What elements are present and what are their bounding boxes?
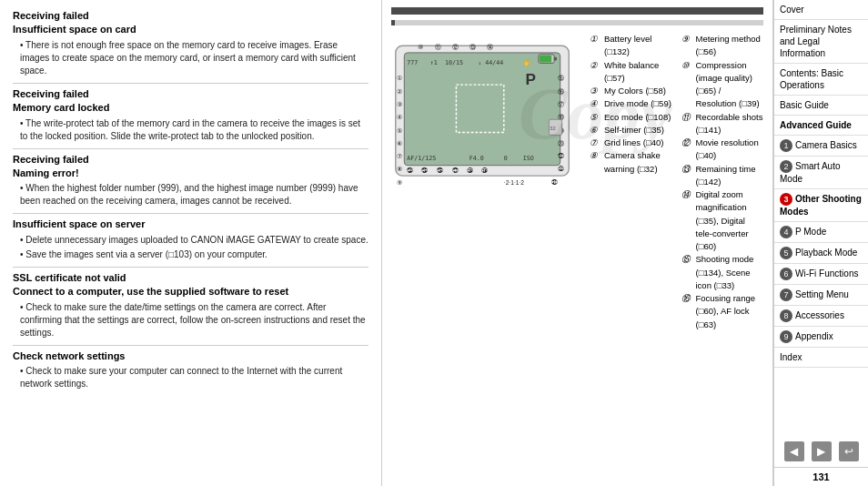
sidebar-item-camera-basics[interactable]: 1Camera Basics bbox=[774, 136, 868, 157]
sidebar-num: 4 bbox=[780, 226, 792, 238]
sidebar-item-playback-mode[interactable]: 5Playback Mode bbox=[774, 243, 868, 264]
svg-text:⑬: ⑬ bbox=[469, 44, 476, 50]
sidebar-num: 5 bbox=[780, 247, 792, 259]
legend-item-10: ⑪Recordable shots (□141) bbox=[681, 111, 764, 137]
error-title: Receiving failed bbox=[13, 9, 368, 23]
svg-text:AF/1/125: AF/1/125 bbox=[407, 155, 436, 162]
sidebar-label: P Mode bbox=[795, 227, 826, 237]
legend-text: White balance (□57) bbox=[604, 59, 672, 86]
svg-text:₁ 44/44: ₁ 44/44 bbox=[478, 59, 503, 66]
legend-text: Digital zoom magnification (□35), Digita… bbox=[696, 188, 764, 253]
legend-text: Eco mode (□108) bbox=[604, 111, 671, 124]
middle-content-panel: Copy 777 ↑1 10/15 ₁ 44/44 🖐 bbox=[382, 0, 773, 486]
sidebar-item-advanced-guide[interactable]: Advanced Guide bbox=[774, 116, 868, 136]
svg-text:↑1: ↑1 bbox=[430, 59, 438, 66]
sidebar-item-setting-menu[interactable]: 7Setting Menu bbox=[774, 285, 868, 306]
svg-text:🖐: 🖐 bbox=[523, 58, 531, 66]
svg-text:㉖: ㉖ bbox=[437, 167, 443, 174]
legend-text: Compression (image quality) (□65) / Reso… bbox=[696, 59, 764, 111]
error-title: Check network settings bbox=[13, 349, 368, 363]
sidebar-item-index[interactable]: Index bbox=[774, 348, 868, 368]
sidebar-label: Wi-Fi Functions bbox=[795, 268, 858, 278]
sidebar-label: Preliminary Notes and Legal Information bbox=[780, 25, 852, 58]
svg-text:㉕: ㉕ bbox=[421, 167, 428, 174]
svg-text:㉒: ㉒ bbox=[558, 166, 564, 172]
svg-text:⑩: ⑩ bbox=[418, 44, 423, 50]
sidebar-label: Index bbox=[780, 352, 802, 362]
legend-text: My Colors (□58) bbox=[604, 85, 666, 97]
error-title: Insufficient space on server bbox=[13, 218, 368, 231]
error-subtitle: Memory card locked bbox=[13, 101, 368, 115]
error-section-2: Receiving failedNaming error!When the hi… bbox=[13, 153, 368, 208]
right-sidebar: CoverPreliminary Notes and Legal Informa… bbox=[773, 0, 868, 486]
svg-text:④: ④ bbox=[397, 114, 402, 120]
legend-item-12: ⑬Remaining time (□142) bbox=[681, 163, 764, 189]
svg-text:③: ③ bbox=[397, 101, 402, 107]
error-body: There is not enough free space on the me… bbox=[20, 39, 368, 77]
legend-num: ⑤ bbox=[590, 111, 602, 124]
svg-text:F4.0: F4.0 bbox=[469, 155, 484, 162]
error-subtitle: Insufficient space on card bbox=[13, 23, 368, 36]
legend-item-4: ⑤Eco mode (□108) bbox=[590, 111, 672, 124]
sub-title bbox=[391, 20, 763, 25]
sidebar-item-smart-auto[interactable]: 2Smart Auto Mode bbox=[774, 157, 868, 189]
next-button[interactable]: ▶ bbox=[812, 441, 832, 461]
svg-text:ISO: ISO bbox=[523, 155, 534, 162]
svg-text:⑨: ⑨ bbox=[397, 179, 402, 186]
sidebar-item-preliminary[interactable]: Preliminary Notes and Legal Information bbox=[774, 20, 868, 64]
svg-text:·2·1·1·2: ·2·1·1·2 bbox=[504, 179, 525, 186]
svg-text:⑭: ⑭ bbox=[487, 44, 493, 50]
legend-area: ①Battery level (□132)②White balance (□57… bbox=[590, 33, 763, 331]
legend-text: Recordable shots (□141) bbox=[696, 111, 764, 137]
svg-rect-4 bbox=[540, 56, 551, 63]
svg-text:⑳: ⑳ bbox=[558, 140, 564, 147]
sidebar-item-other-shooting[interactable]: 3Other Shooting Modes bbox=[774, 189, 868, 222]
sidebar-label: Basic Guide bbox=[780, 100, 829, 110]
error-section-4: SSL certificate not validConnect to a co… bbox=[13, 271, 368, 339]
legend-text: Self-timer (□35) bbox=[604, 124, 664, 137]
svg-rect-3 bbox=[554, 57, 557, 61]
main-title bbox=[391, 7, 763, 15]
legend-col-left: ①Battery level (□132)②White balance (□57… bbox=[590, 33, 672, 331]
sidebar-item-contents[interactable]: Contents: Basic Operations bbox=[774, 64, 868, 96]
sidebar-label: Accessories bbox=[795, 310, 844, 320]
sidebar-item-wifi-functions[interactable]: 6Wi-Fi Functions bbox=[774, 264, 868, 285]
sidebar-item-cover[interactable]: Cover bbox=[774, 0, 868, 20]
error-body: Save the images sent via a server (□103)… bbox=[20, 248, 368, 261]
svg-text:㉔: ㉔ bbox=[407, 167, 413, 174]
legend-item-7: ⑧Camera shake warning (□32) bbox=[590, 149, 672, 176]
error-subtitle: Naming error! bbox=[13, 167, 368, 180]
sidebar-num: 6 bbox=[780, 268, 792, 280]
svg-text:②: ② bbox=[397, 88, 402, 95]
sidebar-num: 2 bbox=[780, 160, 792, 173]
legend-text: Camera shake warning (□32) bbox=[604, 149, 672, 176]
svg-text:㉗: ㉗ bbox=[452, 167, 459, 174]
sidebar-item-p-mode[interactable]: 4P Mode bbox=[774, 222, 868, 243]
svg-text:10/15: 10/15 bbox=[445, 59, 463, 66]
error-subtitle: Connect to a computer, use the supplied … bbox=[13, 285, 368, 299]
svg-text:①: ① bbox=[397, 75, 402, 81]
error-title: SSL certificate not valid bbox=[13, 271, 368, 285]
legend-text: Battery level (□132) bbox=[604, 33, 672, 59]
legend-num: ⑭ bbox=[681, 188, 694, 253]
prev-button[interactable]: ◀ bbox=[784, 441, 804, 461]
sidebar-label: Cover bbox=[780, 5, 804, 15]
svg-text:⑥: ⑥ bbox=[397, 140, 402, 147]
legend-item-15: ⑯Focusing range (□60), AF lock (□63) bbox=[681, 292, 764, 331]
legend-text: Focusing range (□60), AF lock (□63) bbox=[696, 292, 764, 331]
error-body: The write-protect tab of the memory card… bbox=[20, 117, 368, 143]
svg-text:⑰: ⑰ bbox=[558, 101, 564, 107]
svg-text:32: 32 bbox=[550, 126, 555, 131]
legend-item-13: ⑭Digital zoom magnification (□35), Digit… bbox=[681, 188, 764, 253]
legend-num: ⑧ bbox=[590, 149, 602, 176]
svg-text:㉙: ㉙ bbox=[481, 167, 488, 174]
sidebar-label: Setting Menu bbox=[795, 289, 849, 299]
svg-text:⑤: ⑤ bbox=[397, 127, 402, 134]
svg-rect-1 bbox=[404, 53, 560, 166]
sidebar-item-basic-guide[interactable]: Basic Guide bbox=[774, 96, 868, 116]
svg-text:P: P bbox=[526, 70, 536, 88]
sidebar-item-accessories[interactable]: 8Accessories bbox=[774, 306, 868, 327]
return-button[interactable]: ↩ bbox=[839, 441, 859, 461]
camera-svg: 777 ↑1 10/15 ₁ 44/44 🖐 P ① ② ③ ④ ⑤ ⑥ ⑦ ⑧… bbox=[391, 33, 573, 215]
sidebar-item-appendix[interactable]: 9Appendix bbox=[774, 327, 868, 348]
